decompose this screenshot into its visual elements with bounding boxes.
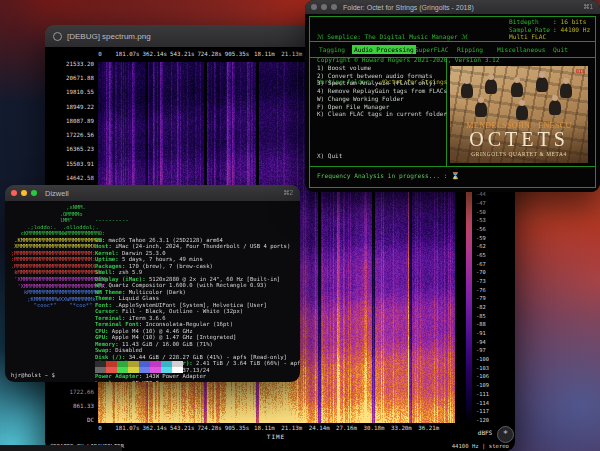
legend-tick-label: -111 — [476, 391, 502, 397]
album-performers: GRINGOLTS QUARTET & META4 — [450, 151, 588, 157]
menu-item[interactable]: F) Open File Manager — [317, 103, 447, 111]
fetch-info-label: Memory: — [95, 341, 119, 347]
freq-tick-label: 20671.88 — [45, 75, 94, 81]
legend-tick-label: -85 — [476, 313, 502, 319]
person-head — [464, 78, 470, 84]
tab-miscellaneous[interactable]: Miscellaneous — [495, 45, 547, 54]
app-title: ℳ Semplice: The Digital Music Manager ℳ — [317, 33, 518, 41]
legend-tick-label: -76 — [476, 287, 502, 293]
menu-item[interactable]: K) Clean FLAC tags in current folder — [317, 110, 447, 118]
ascii-art-line: 'XMMMMMMMMMMMMMMMMMMMMMMMMMMk — [11, 276, 108, 283]
window-shortcut-badge: ⌘2 — [283, 189, 293, 197]
ascii-art-line: XMMMMMMMMMMMMMMMMMMMMMMMX. — [11, 243, 108, 250]
menu-item[interactable]: 2) Convert between audio formats — [317, 72, 447, 80]
format-metadata: Bitdepth: 16 bitsSample Rate: 44100 HzMu… — [509, 18, 590, 41]
legend-tick-label: -94 — [476, 339, 502, 345]
album-person — [485, 79, 497, 94]
fetch-info-row: Host: iMac (24-inch, 2024, Four Thunderb… — [95, 243, 300, 250]
window-shortcut-badge: ⌘1 — [583, 3, 593, 11]
neofetch-separator: ---------- — [95, 217, 300, 224]
album-title: OCTETS — [450, 128, 588, 151]
legend-tick-label: -91 — [476, 330, 502, 336]
legend-tick-label: -47 — [476, 200, 502, 206]
menu-item-quit[interactable]: X) Quit — [317, 152, 342, 159]
semplice-window-title: Folder: Octet for Strings (Gringolts - 2… — [343, 4, 474, 11]
semplice-content: ℳ Semplice: The Digital Music Manager ℳ … — [305, 14, 600, 192]
zoom-icon[interactable] — [31, 190, 37, 196]
album-person — [560, 83, 572, 98]
legend-tick-label: -79 — [476, 295, 502, 301]
record-label-badge: BIS — [576, 68, 585, 74]
copyright-line: Copyright © Howard Rogers 2021-2026, Ver… — [317, 56, 518, 64]
minimize-icon[interactable] — [321, 4, 327, 10]
semplice-titlebar[interactable]: Folder: Octet for Strings (Gringolts - 2… — [305, 0, 600, 14]
menu-item[interactable]: 1) Boost volume — [317, 64, 447, 72]
album-person — [461, 83, 473, 98]
color-swatch — [106, 367, 117, 373]
loupe-icon[interactable]: * — [497, 426, 514, 443]
freq-tick-label: 18087.89 — [45, 118, 94, 124]
ascii-art-line: cKMMMMMMMMMMNWMMMMMMMMMM0: — [11, 230, 108, 237]
fetch-info-label: Uptime: — [95, 256, 119, 262]
menu-item[interactable]: 4) Remove ReplayGain tags from FLACs — [317, 87, 447, 95]
album-person — [536, 77, 548, 92]
freq-tick-label: 19810.55 — [45, 89, 94, 95]
terminal-content[interactable]: ,xNMM. .OMMMMo lMM" .;loddo:. .olloddol;… — [5, 201, 300, 382]
album-person — [511, 82, 523, 97]
metadata-label: Bitdepth — [509, 18, 553, 26]
terminal-window[interactable]: Dizwell ⌘2 ,xNMM. .OMMMMo lMM" .;loddo:.… — [5, 185, 300, 382]
zoom-icon[interactable] — [331, 4, 337, 10]
terminal-window-title: Dizwell — [45, 189, 69, 198]
album-person — [549, 100, 561, 115]
samplerate-channels-label: 44100 Hz | stereo — [452, 443, 509, 449]
fetch-info-label: WM Theme: — [95, 289, 125, 295]
terminal-color-palette — [95, 361, 183, 373]
legend-tick-label: -44 — [476, 191, 502, 197]
menu-item[interactable]: W) Change Working Folder — [317, 95, 447, 103]
image-app-icon — [53, 32, 62, 41]
minimize-icon[interactable] — [21, 190, 27, 196]
metadata-row: Sample Rate: 44100 Hz — [509, 26, 590, 34]
fetch-info-label: CPU: — [95, 328, 108, 334]
album-person — [516, 105, 528, 120]
freq-tick-label: 16365.23 — [45, 146, 94, 152]
semplice-window[interactable]: Folder: Octet for Strings (Gringolts - 2… — [305, 0, 600, 192]
album-person — [475, 102, 487, 117]
color-swatch — [139, 367, 150, 373]
color-swatch — [117, 367, 128, 373]
color-swatch — [128, 367, 139, 373]
freq-tick-label: 1722.66 — [45, 389, 94, 395]
album-cover: BIS MENDELSSOHN · ENESCU OCTETS GRINGOLT… — [450, 66, 588, 163]
metadata-row: Multi FLAC — [509, 33, 590, 41]
metadata-label: Sample Rate — [509, 26, 553, 34]
person-head — [488, 74, 494, 80]
fetch-info-label: Disk (/): — [95, 354, 125, 360]
fetch-info-label: WM: — [95, 282, 105, 288]
person-head — [514, 77, 520, 83]
fetch-info-label: Shell: — [95, 269, 115, 275]
legend-tick-label: -56 — [476, 226, 502, 232]
person-head — [552, 95, 558, 101]
terminal-titlebar[interactable]: Dizwell ⌘2 — [5, 185, 300, 201]
shell-prompt[interactable]: hjr@holst ~ $ — [11, 372, 55, 378]
legend-tick-label: -65 — [476, 252, 502, 258]
close-icon[interactable] — [311, 4, 317, 10]
person-head — [478, 97, 484, 103]
menu-item[interactable]: 3) Spectrum Analysis (FLACs only) — [317, 79, 447, 87]
traffic-lights[interactable] — [11, 190, 37, 196]
close-icon[interactable] — [11, 190, 17, 196]
tab-quit[interactable]: Quit — [551, 45, 570, 54]
legend-tick-label: -59 — [476, 235, 502, 241]
metadata-value: : 16 bits — [553, 18, 587, 25]
tab-ripping[interactable]: Ripping — [455, 45, 485, 54]
desktop: [DEBUG] spectrum.png 21533.2020671.88198… — [0, 0, 600, 451]
tab-tagging[interactable]: Tagging — [317, 45, 347, 54]
color-swatch — [150, 367, 161, 373]
tab-audio-processing[interactable]: Audio Processing — [352, 45, 416, 54]
tab-superflac[interactable]: SuperFLAC — [413, 45, 451, 54]
fetch-info-label: Terminal: — [95, 315, 125, 321]
color-swatch — [172, 367, 183, 373]
traffic-lights[interactable] — [311, 4, 337, 10]
palette-row — [95, 367, 183, 373]
fetch-info-label: OS: — [95, 237, 105, 243]
